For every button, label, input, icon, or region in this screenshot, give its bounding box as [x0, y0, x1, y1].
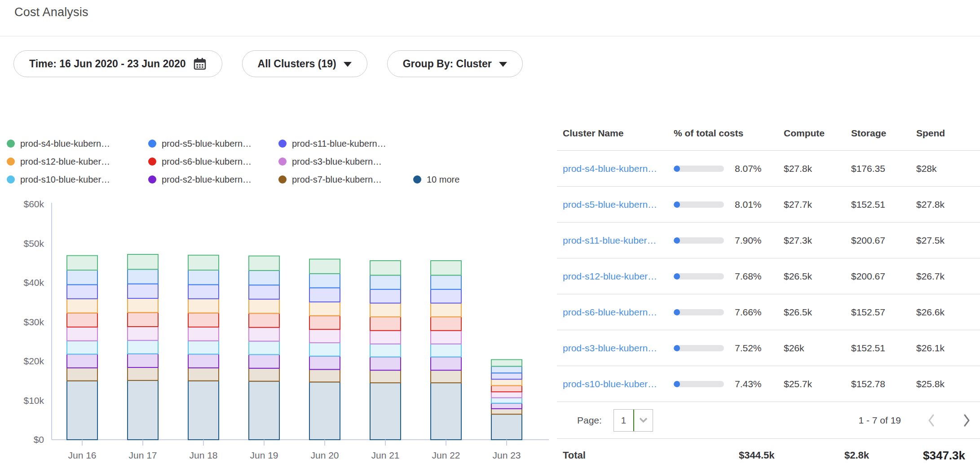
bar-segment[interactable] — [249, 341, 279, 354]
legend-item[interactable]: prod-s7-blue-kubern… — [278, 175, 413, 185]
bar-segment[interactable] — [309, 274, 340, 288]
legend-item[interactable]: 10 more — [413, 175, 459, 185]
bar-segment[interactable] — [128, 298, 158, 313]
bar-segment[interactable] — [188, 270, 219, 284]
bar-segment[interactable] — [491, 360, 522, 367]
bar-segment[interactable] — [370, 303, 401, 317]
bar-segment[interactable] — [128, 354, 158, 367]
bar-segment[interactable] — [370, 370, 401, 383]
legend-item[interactable]: prod-s3-blue-kubern… — [278, 157, 413, 167]
bar-segment[interactable] — [491, 398, 522, 403]
bar-segment[interactable] — [128, 367, 158, 380]
bar-segment[interactable] — [370, 261, 401, 275]
bar-segment[interactable] — [128, 269, 158, 284]
clusters-filter-dropdown[interactable]: All Clusters (19) — [242, 50, 367, 77]
bar-segment[interactable] — [309, 369, 340, 382]
cluster-name-link[interactable]: prod-s6-blue-kubern… — [563, 307, 668, 318]
legend-item[interactable]: prod-s6-blue-kubern… — [148, 157, 278, 167]
cluster-name-link[interactable]: prod-s10-blue-kuber… — [563, 379, 668, 389]
legend-item[interactable]: prod-s2-blue-kubern… — [148, 175, 278, 185]
bar-segment[interactable] — [491, 409, 522, 414]
bar-segment[interactable] — [491, 366, 522, 373]
bar-segment[interactable] — [491, 373, 522, 379]
time-range-filter[interactable]: Time: 16 Jun 2020 - 23 Jun 2020 — [13, 50, 222, 77]
bar-segment[interactable] — [249, 313, 279, 328]
bar-segment[interactable] — [67, 313, 97, 327]
bar-segment[interactable] — [491, 414, 522, 440]
bar-segment[interactable] — [309, 343, 340, 356]
cluster-name-link[interactable]: prod-s12-blue-kuber… — [563, 271, 668, 282]
bar-segment[interactable] — [431, 383, 461, 440]
bar-segment[interactable] — [67, 299, 97, 313]
bar-segment[interactable] — [431, 370, 461, 383]
bar-segment[interactable] — [309, 329, 340, 343]
bar-segment[interactable] — [67, 341, 97, 354]
bar-segment[interactable] — [188, 368, 219, 381]
bar-segment[interactable] — [249, 354, 279, 368]
bar-segment[interactable] — [249, 368, 279, 381]
bar-segment[interactable] — [431, 344, 461, 357]
bar-segment[interactable] — [491, 403, 522, 409]
group-by-dropdown[interactable]: Group By: Cluster — [387, 50, 523, 77]
cluster-name-link[interactable]: prod-s4-blue-kubern… — [563, 163, 668, 174]
bar-segment[interactable] — [370, 383, 401, 440]
cluster-name-link[interactable]: prod-s5-blue-kubern… — [563, 199, 668, 210]
bar-segment[interactable] — [431, 331, 461, 344]
bar-segment[interactable] — [188, 255, 219, 270]
cluster-name-link[interactable]: prod-s3-blue-kubern… — [563, 343, 668, 354]
bar-segment[interactable] — [370, 317, 401, 331]
bar-segment[interactable] — [67, 256, 97, 270]
bar-segment[interactable] — [188, 313, 219, 327]
bar-segment[interactable] — [188, 284, 219, 299]
bar-segment[interactable] — [188, 341, 219, 354]
bar-segment[interactable] — [370, 344, 401, 357]
page-select[interactable]: 1 — [614, 409, 653, 432]
bar-segment[interactable] — [431, 261, 461, 275]
bar-segment[interactable] — [431, 303, 461, 317]
prev-page-button[interactable] — [927, 413, 936, 428]
bar-segment[interactable] — [128, 313, 158, 327]
bar-segment[interactable] — [370, 331, 401, 344]
bar-segment[interactable] — [128, 380, 158, 440]
bar-segment[interactable] — [67, 381, 97, 440]
bar-segment[interactable] — [249, 328, 279, 341]
bar-segment[interactable] — [128, 327, 158, 341]
bar-segment[interactable] — [249, 285, 279, 299]
bar-segment[interactable] — [128, 284, 158, 298]
bar-segment[interactable] — [249, 381, 279, 440]
bar-segment[interactable] — [491, 392, 522, 398]
bar-segment[interactable] — [67, 284, 97, 299]
bar-segment[interactable] — [309, 288, 340, 302]
bar-segment[interactable] — [309, 316, 340, 330]
bar-segment[interactable] — [67, 270, 97, 284]
legend-item[interactable]: prod-s11-blue-kubern… — [278, 139, 413, 149]
bar-segment[interactable] — [370, 275, 401, 289]
bar-segment[interactable] — [67, 327, 97, 341]
legend-item[interactable]: prod-s10-blue-kuber… — [7, 175, 148, 185]
legend-item[interactable]: prod-s4-blue-kubern… — [7, 139, 148, 149]
bar-segment[interactable] — [67, 368, 97, 381]
bar-segment[interactable] — [370, 289, 401, 303]
bar-segment[interactable] — [431, 289, 461, 303]
bar-segment[interactable] — [249, 271, 279, 285]
legend-item[interactable]: prod-s5-blue-kubern… — [148, 139, 278, 149]
bar-segment[interactable] — [309, 302, 340, 316]
bar-segment[interactable] — [491, 385, 522, 392]
bar-segment[interactable] — [188, 299, 219, 313]
bar-segment[interactable] — [249, 299, 279, 314]
bar-segment[interactable] — [431, 357, 461, 370]
bar-segment[interactable] — [431, 275, 461, 289]
bar-segment[interactable] — [491, 379, 522, 385]
bar-segment[interactable] — [370, 357, 401, 370]
bar-segment[interactable] — [188, 381, 219, 440]
bar-segment[interactable] — [309, 382, 340, 440]
bar-segment[interactable] — [431, 317, 461, 331]
bar-segment[interactable] — [309, 356, 340, 370]
bar-segment[interactable] — [188, 327, 219, 341]
cluster-name-link[interactable]: prod-s11-blue-kuber… — [563, 235, 668, 246]
bar-segment[interactable] — [309, 259, 340, 274]
bar-segment[interactable] — [128, 254, 158, 269]
bar-segment[interactable] — [128, 341, 158, 354]
bar-segment[interactable] — [67, 354, 97, 368]
legend-item[interactable]: prod-s12-blue-kuber… — [7, 157, 148, 167]
